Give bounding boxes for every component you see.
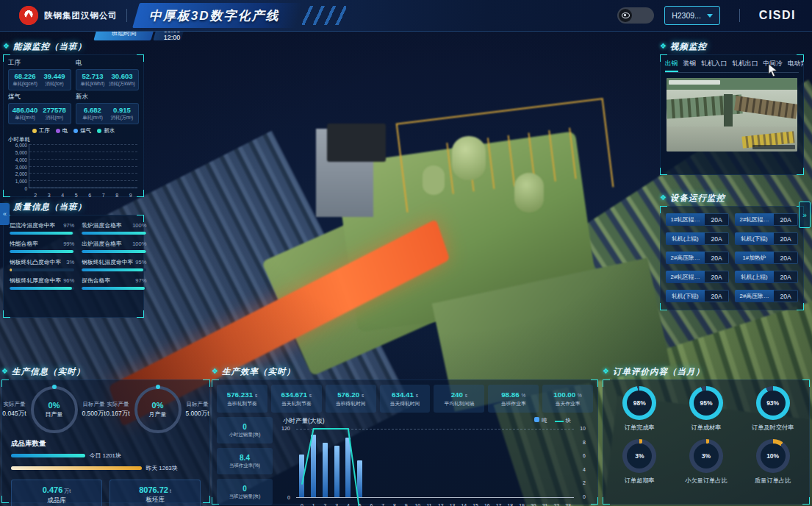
device-cell: 轧机(上辊)20A [666,232,729,245]
quality-row: 出炉温度合格率100% [82,240,146,248]
target-value: 5.000万t [186,410,209,418]
gauge-name: 日产量 [46,410,63,418]
device-label: 2#轧区辊… [735,213,774,226]
side-stat-label: 当班过钢量(块) [229,493,261,500]
x-tick-label: 20 [528,503,539,506]
device-current-value: 20A [705,232,729,245]
right-axis-tick: 0 [583,494,586,499]
efficiency-stat: 240 s平均轧制间隔 [434,385,484,413]
energy-cell: 39.449消耗(tce) [40,72,69,88]
gauge-name: 月产量 [149,410,167,418]
y-tick-label: 1,000 [15,179,27,184]
panel-diamond-icon: ❖ [212,368,218,375]
efficiency-stat: 634.41 s当天待轧时间 [380,385,431,413]
x-tick-label: 23 [562,503,574,506]
quality-item: 层流冷温度命中率97% [10,221,74,235]
gauge-percent: 0% [152,401,164,410]
order-ring: 3%订单超期率 [608,439,672,485]
energy-value-box: 6.682单耗(m³/t)0.915消耗(万m³) [76,103,139,124]
quality-label: 探伤合格率 [82,277,110,285]
quality-progress-track [10,250,74,253]
device-current-value: 20A [774,252,798,264]
panel-collapse-handle-left[interactable]: « [0,203,10,225]
legend-label: 电 [62,127,68,135]
energy-hourly-chart: 小时单耗 6,0005,0004,0003,0002,0001,0000 234… [7,136,140,198]
video-tab-轧机入口[interactable]: 轧机入口 [701,60,727,72]
quality-label: 钢板终轧温度命中率 [82,258,133,266]
x-tick-label: 6 [366,503,378,506]
panel-title: 质量信息（当班） [13,202,87,213]
x-tick-label: 2 [34,193,37,198]
quality-value: 3% [66,259,74,266]
x-tick-label: 17 [493,503,505,506]
quality-label: 钢板终轧厚度命中率 [10,277,61,285]
donut-label: 订单成材率 [691,424,722,432]
stat-value: 100.00 % [553,391,582,399]
video-tab-装钢[interactable]: 装钢 [683,60,697,72]
visibility-toggle[interactable] [617,7,654,24]
device-cell: 2#高压除…20A [666,252,729,264]
donut-hole: 3% [627,443,652,468]
energy-cell: 6.682单耗(m³/t) [78,106,107,121]
video-camera-label [752,145,795,149]
energy-value-box: 68.226单耗(kgce/t)39.449消耗(tce) [8,69,71,90]
target-value: 0.500万t [82,410,106,418]
quality-item: 钢板终轧凸度命中率3% [10,258,74,271]
stat-value: 240 s [451,391,467,399]
device-cell: 轧机(上辊)20A [735,271,798,283]
x-tick-label: 4 [61,193,64,198]
video-tab-轧机出口[interactable]: 轧机出口 [732,60,758,72]
energy-unit-label: 消耗(万kWh) [107,81,137,88]
side-stat-label: 当班作业率(%) [229,463,260,469]
energy-value: 486.040 [10,106,40,114]
cctv-video-feed[interactable] [667,78,797,152]
panel-title: 能源监控（当班） [13,41,87,52]
quality-progress-fill [82,232,146,235]
quality-row: 层流冷温度命中率97% [10,221,74,229]
quality-row: 钢板终轧温度命中率95% [82,258,146,266]
right-axis-tick: 6 [583,453,586,458]
donut-label: 订单完成率 [625,424,655,432]
heat-number-select[interactable]: H2309... [664,6,720,25]
x-tick-label: 8 [115,193,118,198]
device-label: 1#轧区辊… [666,213,705,226]
x-tick-label: 15 [470,503,481,506]
panel-title: 设备运行监控 [670,193,725,204]
x-tick-label: 6 [88,193,91,198]
mouse-cursor [768,64,778,80]
y-tick-label: 0 [24,186,27,191]
quality-progress-fill [10,232,73,235]
quality-item: 钢板终轧厚度命中率96% [10,277,74,290]
quality-value: 96% [63,277,74,284]
side-stat-value: 0 [242,423,247,431]
gauge-percent: 0% [48,401,60,410]
legend-dot [73,129,78,133]
stat-label: 当班待轧时间 [336,400,366,407]
y-tick-label: 3,000 [15,164,27,169]
quality-item: 出炉温度合格率100% [82,240,146,253]
quality-row: 钢板终轧凸度命中率3% [10,258,74,266]
panel-title: 订单评价内容（当月） [613,366,705,377]
quality-progress-fill [82,268,143,271]
legend-dot [56,129,60,133]
actual-value: 0.045万t [2,410,26,418]
panel-production-efficiency: ❖ 生产效率（实时） 576.231 s当班轧制节奏634.671 s当天轧制节… [212,365,598,505]
stat-value: 576.20 s [337,391,364,399]
x-tick-label: 3 [331,503,342,506]
x-tick-label: 12 [435,503,447,506]
panel-diamond-icon: ❖ [660,43,667,50]
x-tick-label: 7 [102,193,105,198]
device-label: 2#高压除… [666,252,705,264]
energy-unit-label: 单耗(kWh/t) [78,81,107,88]
x-tick-label: 9 [400,503,412,506]
device-current-value: 20A [705,271,729,283]
right-axis-tick: 2 [583,480,586,485]
stock-box-label: 板坯库 [145,496,165,505]
panel-collapse-handle-right[interactable]: » [799,202,811,228]
stock-bar [11,454,85,457]
x-tick-label: 21 [539,503,551,506]
device-label: 轧机(下辊) [735,232,774,245]
energy-value: 0.915 [107,106,137,114]
legend-label: 煤气 [80,127,91,135]
x-tick-label: 5 [75,193,78,198]
